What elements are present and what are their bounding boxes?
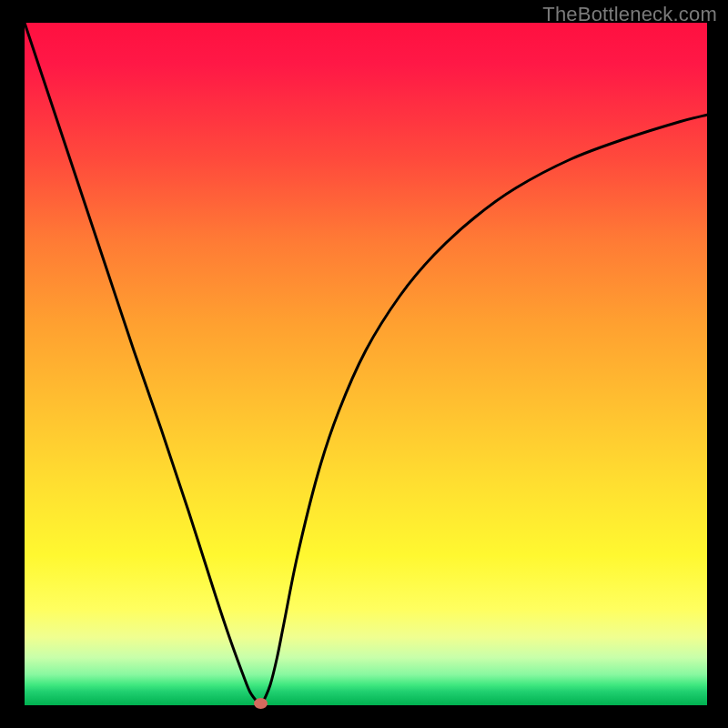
plot-area — [25, 23, 707, 705]
chart-frame: TheBottleneck.com — [0, 0, 728, 728]
watermark-text: TheBottleneck.com — [542, 3, 717, 26]
curve-line — [25, 23, 707, 705]
curve-svg — [25, 23, 707, 705]
optimum-marker — [254, 698, 268, 709]
